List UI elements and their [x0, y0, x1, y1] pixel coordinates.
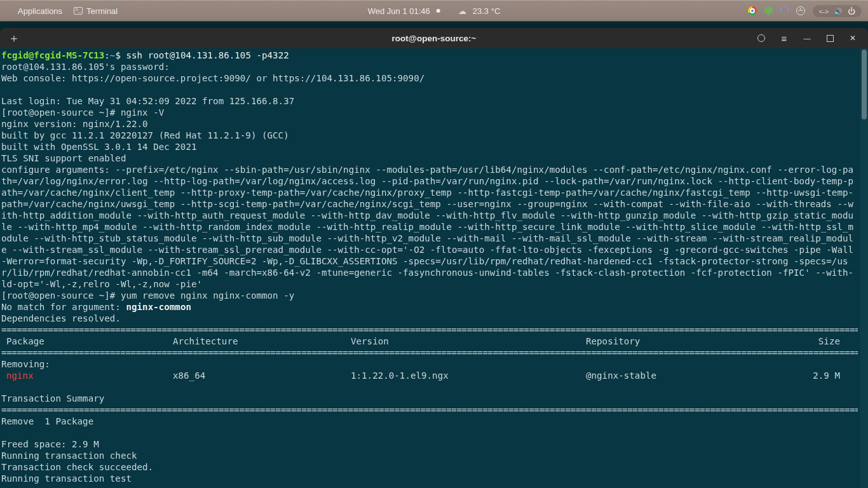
built-openssl-line: built with OpenSSL 3.0.1 14 Dec 2021 [1, 142, 197, 152]
nginx-version-line: nginx version: nginx/1.22.0 [1, 119, 148, 129]
pkg-version: 1:1.22.0-1.el9.ngx [351, 370, 586, 381]
close-button[interactable] [843, 30, 863, 46]
window-title: root@open-source:~ [392, 34, 477, 43]
no-match-arg: nginx-common [126, 302, 191, 312]
package-row: nginxx86_641:1.22.0-1.el9.ngx@nginx-stab… [1, 370, 840, 381]
weather-temperature[interactable]: 23.3 °C [473, 6, 501, 16]
deps-resolved-line: Dependencies resolved. [1, 313, 121, 323]
shield-outline-icon[interactable] [780, 6, 789, 15]
running-check-line: Running transaction check [1, 451, 137, 461]
built-gcc-line: built by gcc 11.2.1 20220127 (Red Hat 11… [1, 130, 289, 140]
terminal-icon [74, 7, 83, 15]
window-titlebar: ＋ root@open-source:~ [0, 28, 868, 48]
web-console-line: Web console: https://open-source.project… [1, 73, 424, 83]
notification-dot-icon [437, 9, 440, 13]
removing-label: Removing: [1, 359, 50, 369]
tls-sni-line: TLS SNI support enabled [1, 153, 126, 163]
pkg-repo: @nginx-stable [586, 370, 802, 381]
volume-icon [834, 6, 843, 16]
maximize-button[interactable] [820, 30, 840, 46]
panel-center: Wed Jun 1 01:46 23.3 °C [368, 6, 501, 16]
panel-left: Applications Terminal [6, 6, 118, 16]
transaction-summary-label: Transaction Summary [1, 393, 104, 403]
desktop-top-panel: Applications Terminal Wed Jun 1 01:46 23… [0, 0, 868, 22]
applications-menu[interactable]: Applications [18, 6, 62, 16]
header-size: Size [802, 336, 840, 347]
divider-bottom: ========================================… [1, 404, 858, 416]
search-button[interactable] [751, 30, 771, 46]
no-match-line: No match for argument: [1, 302, 126, 312]
active-app-indicator[interactable]: Terminal [74, 6, 118, 16]
ssh-command: ssh root@104.131.86.105 -p4322 [126, 50, 288, 60]
freed-space-line: Freed space: 2.9 M [1, 439, 99, 449]
header-arch: Architecture [173, 336, 351, 347]
terminal-scrollbar[interactable] [860, 48, 868, 488]
system-status-pill[interactable] [813, 5, 862, 17]
cmd-nginx-v: nginx -V [121, 107, 164, 118]
local-prompt-user: fcgid@fcgid-MS-7C13 [1, 50, 104, 60]
active-app-label: Terminal [86, 6, 118, 16]
remote-prompt-2: [root@open-source ~]# [1, 290, 121, 301]
last-login-line: Last login: Tue May 31 04:52:09 2022 fro… [1, 96, 294, 106]
remove-count-line: Remove 1 Package [1, 416, 93, 426]
hamburger-menu-button[interactable] [774, 30, 794, 46]
divider-top: ========================================… [1, 324, 858, 336]
running-test-line: Running transaction test [1, 473, 132, 484]
panel-right [748, 5, 862, 17]
header-repo: Repository [586, 336, 802, 347]
check-succeeded-line: Transaction check succeeded. [1, 462, 153, 472]
table-header-row: PackageArchitectureVersionRepositorySize [1, 336, 840, 346]
shield-green-icon[interactable] [764, 6, 773, 15]
pkg-size: 2.9 M [802, 370, 840, 381]
pkg-arch: x86_64 [173, 370, 351, 381]
configure-args-block: configure arguments: --prefix=/etc/nginx… [1, 165, 859, 289]
pkg-name: nginx [1, 370, 173, 381]
minimize-button[interactable] [797, 30, 817, 46]
new-tab-button[interactable]: ＋ [5, 30, 23, 46]
prompt-suffix: $ [115, 50, 126, 60]
accessibility-icon[interactable] [796, 6, 805, 15]
weather-cloud-icon [458, 6, 466, 16]
terminal-output[interactable]: fcgid@fcgid-MS-7C13:~$ ssh root@104.131.… [0, 48, 860, 488]
header-version: Version [351, 336, 586, 347]
password-prompt: root@104.131.86.105's password: [1, 62, 175, 72]
header-package: Package [1, 336, 173, 347]
prompt-sep: : [104, 50, 110, 60]
remote-prompt-1: [root@open-source ~]# [1, 107, 121, 118]
power-icon [848, 6, 855, 16]
cmd-yum-remove: yum remove nginx nginx-common -y [121, 290, 294, 301]
clock-datetime[interactable]: Wed Jun 1 01:46 [368, 6, 430, 16]
network-icon [819, 6, 829, 16]
chrome-icon[interactable] [748, 6, 757, 15]
scrollbar-thumb[interactable] [862, 50, 867, 119]
divider-mid: ========================================… [1, 347, 858, 358]
terminal-window: ＋ root@open-source:~ fcgid@fcgid-MS-7C13… [0, 28, 868, 488]
